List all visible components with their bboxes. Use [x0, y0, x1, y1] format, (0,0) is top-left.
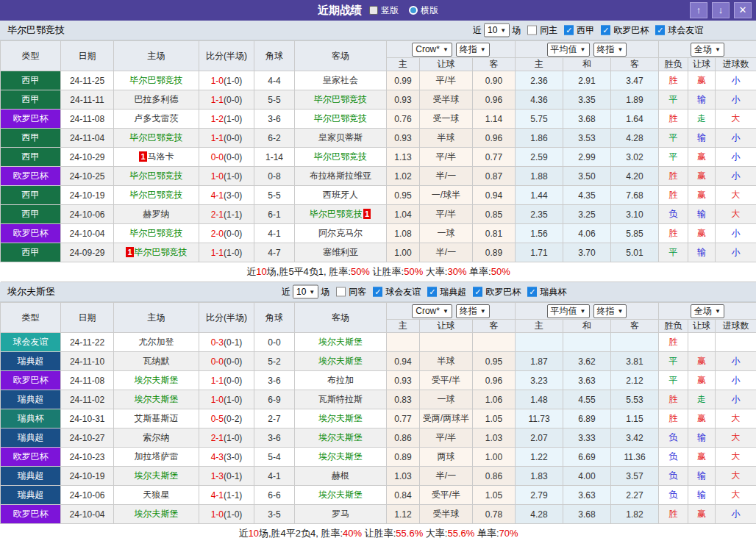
- league-filter-checkbox[interactable]: [655, 26, 665, 35]
- league-filter-label: 瑞典超: [440, 286, 466, 298]
- full-match-select-value: 全场: [694, 306, 712, 317]
- avg-home-odds: 1.22: [516, 448, 563, 467]
- away-team-cell: 阿尔克马尔: [295, 224, 387, 243]
- column-header: 角球: [254, 41, 295, 71]
- final-odds-select[interactable]: 终指▼: [456, 304, 490, 318]
- league-filter-checkbox[interactable]: [601, 26, 610, 35]
- avg-home-odds: 1.86: [516, 129, 563, 148]
- avg-away-odds: [611, 333, 659, 352]
- avg-draw-odds: 4.00: [563, 467, 611, 486]
- home-team-cell: 天狼星: [114, 486, 199, 505]
- matches-table: 类型日期主场比分(半场)角球客场Crow*▼终指▼平均值▼终指▼全场▼主让球客主…: [0, 302, 756, 538]
- column-header: 比分(半场): [199, 41, 254, 71]
- avg-home-odds: [516, 333, 563, 352]
- half-time-score: (0-0): [224, 133, 242, 143]
- avg-home-odds: 4.28: [516, 505, 563, 524]
- summary-part: 大率:: [423, 266, 447, 277]
- avg-away-odds: 1.64: [611, 110, 659, 129]
- league-badge: 瑞典超: [1, 428, 61, 448]
- near-count-select[interactable]: 10▼: [484, 24, 510, 37]
- away-team-cell: 皇家贝蒂斯: [295, 129, 387, 148]
- home-team-cell: 毕尔巴鄂竞技: [114, 186, 199, 205]
- result-group: 全场▼: [659, 41, 756, 58]
- handicap-home-odds: 0.84: [387, 486, 420, 505]
- away-team-cell: 皇家社会: [295, 71, 387, 90]
- crow-odds-select[interactable]: Crow*▼: [412, 304, 452, 318]
- summary-text: 近10场,胜4平2负4, 胜率:40% 让胜率:55.6% 大率:55.6% 单…: [1, 524, 756, 538]
- handicap-home-odds: 1.03: [387, 467, 420, 486]
- away-team-cell: 埃尔夫斯堡: [295, 409, 387, 428]
- result-handicap: 输: [688, 205, 716, 224]
- near-label: 近: [282, 286, 290, 298]
- handicap-line: 受半球: [420, 505, 473, 524]
- move-down-button[interactable]: ↓: [712, 2, 730, 18]
- corner-cell: 3-6: [254, 371, 295, 390]
- vertical-layout-radio[interactable]: 竖版: [369, 4, 399, 17]
- handicap-home-odds: [387, 333, 420, 352]
- sub-column-header: 主: [387, 58, 420, 71]
- move-up-button[interactable]: ↑: [690, 2, 707, 18]
- result-outcome: 胜: [659, 505, 688, 524]
- avg-draw-odds: 3.63: [563, 371, 611, 390]
- crow-odds-select[interactable]: Crow*▼: [412, 43, 452, 57]
- home-team-cell: 尤尔加登: [114, 333, 199, 352]
- home-team-cell: 索尔纳: [114, 428, 199, 448]
- close-button[interactable]: ✕: [734, 2, 752, 18]
- avg-home-odds: 2.36: [516, 71, 563, 90]
- near-count-select[interactable]: 10▼: [293, 285, 318, 299]
- full-match-select[interactable]: 全场▼: [691, 43, 724, 57]
- summary-part: 场,胜5平4负1, 胜率:: [267, 266, 351, 277]
- final-odds-select[interactable]: 终指▼: [456, 43, 490, 57]
- handicap-away-odds: 0.87: [473, 167, 516, 186]
- full-match-select[interactable]: 全场▼: [691, 304, 724, 318]
- league-filter-checkbox[interactable]: [527, 287, 537, 297]
- team-label: 埃尔夫斯堡: [318, 356, 363, 366]
- away-team-cell: 布拉格斯拉维亚: [295, 167, 387, 186]
- result-outcome: 平: [659, 352, 688, 371]
- league-filter-checkbox[interactable]: [427, 287, 437, 297]
- team-label: 加拉塔萨雷: [135, 451, 179, 462]
- team-label: 罗马: [332, 509, 349, 519]
- league-filter-checkbox[interactable]: [564, 26, 574, 35]
- team-label: 尤尔加登: [139, 337, 174, 347]
- same-venue-checkbox[interactable]: [336, 287, 346, 297]
- match-row: 欧罗巴杯24-11-08卢多戈雷茨1-2(1-0)3-6毕尔巴鄂竞技0.76受一…: [1, 110, 756, 129]
- match-date: 24-11-11: [61, 90, 114, 110]
- league-filter-checkbox[interactable]: [473, 287, 482, 297]
- handicap-line: 受半球: [420, 90, 473, 110]
- handicap-away-odds: 0.77: [473, 148, 516, 167]
- avg-away-odds: 5.01: [611, 243, 659, 262]
- sub-column-header: 进球数: [716, 58, 756, 71]
- red-card-marker: 1: [126, 247, 133, 257]
- average-odds-select[interactable]: 平均值▼: [547, 43, 590, 57]
- avg-away-odds: 5.53: [611, 390, 659, 409]
- home-team-cell: 毕尔巴鄂竞技: [114, 167, 199, 186]
- final-odds-select[interactable]: 终指▼: [593, 43, 627, 57]
- league-filter-checkbox[interactable]: [373, 287, 382, 297]
- score-cell: 1-0(1-0): [199, 390, 254, 409]
- final-odds-select[interactable]: 终指▼: [593, 304, 627, 318]
- home-team-cell: 卢多戈雷茨: [114, 110, 199, 129]
- average-odds-select[interactable]: 平均值▼: [547, 304, 590, 318]
- result-goals: 小: [716, 129, 756, 148]
- corner-cell: 6-6: [254, 486, 295, 505]
- league-badge: 欧罗巴杯: [1, 110, 61, 129]
- avg-away-odds: 3.02: [611, 148, 659, 167]
- same-venue-checkbox[interactable]: [527, 26, 537, 35]
- avg-home-odds: 2.07: [516, 428, 563, 448]
- final-odds-select-value: 终指: [597, 306, 615, 317]
- section-header: 埃尔夫斯堡近10▼场同客球会友谊瑞典超欧罗巴杯瑞典杯: [0, 282, 756, 302]
- result-goals: 小: [716, 371, 756, 390]
- half-time-score: (1-0): [224, 395, 242, 405]
- summary-part: 大率:: [423, 528, 447, 538]
- full-time-score: 0-5: [211, 414, 224, 424]
- handicap-away-odds: 1.14: [473, 110, 516, 129]
- handicap-line: 平/半: [420, 71, 473, 90]
- red-card-marker: 1: [139, 151, 146, 162]
- header-group-row: 类型日期主场比分(半场)角球客场Crow*▼终指▼平均值▼终指▼全场▼: [1, 303, 756, 320]
- league-filter-label: 欧罗巴杯: [485, 286, 521, 298]
- home-team-cell: 埃尔夫斯堡: [114, 390, 199, 409]
- match-date: 24-10-19: [61, 467, 114, 486]
- horizontal-layout-radio[interactable]: 横版: [409, 4, 438, 17]
- result-goals: 小: [716, 390, 756, 409]
